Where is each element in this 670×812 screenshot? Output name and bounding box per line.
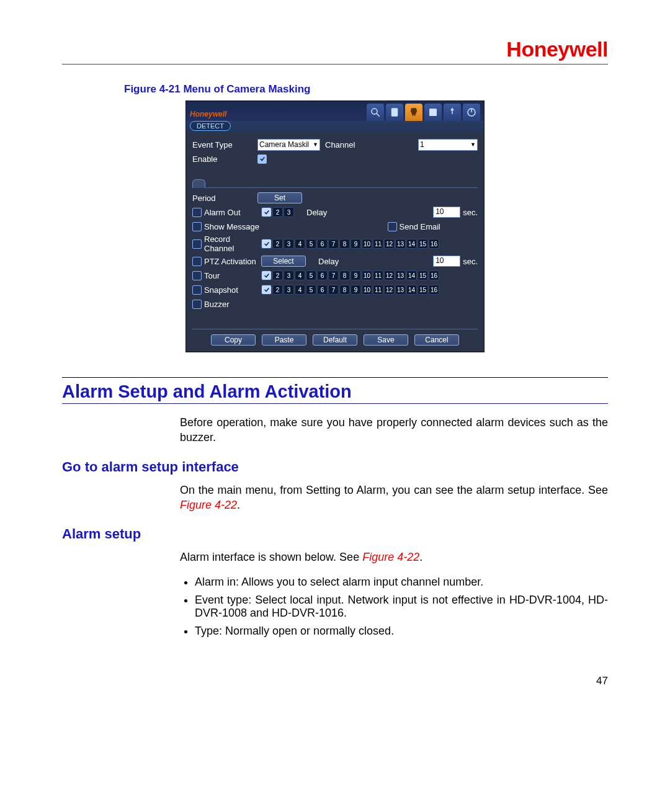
figure-caption: Figure 4-21 Menu of Camera Masking [124,83,608,96]
list-item: Event type: Select local input. Network … [195,594,608,620]
search-tab-icon[interactable] [367,104,384,121]
subsection-1-heading: Go to alarm setup interface [62,459,608,475]
advanced-tab-icon[interactable] [424,104,442,121]
channel-toggle[interactable]: 10 [362,285,372,295]
svg-rect-3 [429,109,437,116]
channel-toggle[interactable]: 11 [373,285,383,295]
channel-toggle[interactable]: 4 [295,285,305,295]
alarm-out-checkbox[interactable] [192,208,202,217]
channel-toggle[interactable]: 10 [362,239,372,249]
delay-input[interactable]: 10 [433,207,460,218]
channel-toggle[interactable] [261,285,272,295]
dvr-titlebar: Honeywell [186,101,484,121]
alarm-out-ch[interactable]: 3 [284,207,294,217]
subsection-1-paragraph: On the main menu, from Setting to Alarm,… [180,483,608,513]
delay-label: Delay [306,208,327,217]
channel-toggle[interactable]: 2 [272,285,283,295]
dvr-window: Honeywell DETECT Event Type Camera Maski… [185,100,485,352]
event-type-select[interactable]: Camera Maskil▼ [257,139,320,151]
sec-label-2: sec. [463,257,478,266]
svg-line-1 [377,114,380,117]
save-button[interactable]: Save [364,334,408,346]
channel-toggle[interactable]: 15 [418,270,428,280]
bullet-list: Alarm in: Allows you to select alarm inp… [180,576,608,638]
enable-checkbox[interactable] [257,154,267,164]
channel-toggle[interactable]: 6 [317,285,328,295]
channel-toggle[interactable]: 9 [351,270,361,280]
period-label: Period [192,194,257,203]
channel-toggle[interactable]: 16 [429,270,439,280]
channel-toggle[interactable]: 9 [351,285,361,295]
dvr-logo: Honeywell [190,110,226,118]
channel-toggle[interactable]: 5 [306,285,316,295]
snapshot-label: Snapshot [204,285,261,295]
buzzer-checkbox[interactable] [192,300,202,309]
channel-toggle[interactable]: 14 [406,270,417,280]
channel-toggle[interactable]: 6 [317,270,328,280]
shutdown-tab-icon[interactable] [463,104,480,121]
dvr-body: Event Type Camera Maskil▼ Channel 1▼ Ena… [186,133,484,352]
channel-toggle[interactable]: 3 [284,270,294,280]
channel-toggle[interactable]: 12 [384,285,395,295]
snapshot-checkbox[interactable] [192,285,202,295]
channel-toggle[interactable]: 7 [328,285,339,295]
channel-toggle[interactable]: 13 [395,285,406,295]
channel-toggle[interactable]: 15 [418,239,428,249]
channel-toggle[interactable]: 3 [284,239,294,249]
channel-toggle[interactable]: 3 [284,285,294,295]
channel-toggle[interactable]: 11 [373,239,383,249]
detect-tab[interactable]: DETECT [190,121,231,131]
channel-toggle[interactable]: 16 [429,285,439,295]
setting-tab-icon[interactable] [405,104,422,121]
channel-toggle[interactable]: 12 [384,270,395,280]
channel-toggle[interactable]: 9 [351,239,361,249]
sec-label: sec. [463,208,478,217]
channel-toggle[interactable]: 2 [272,270,283,280]
paste-button[interactable]: Paste [262,334,306,346]
channel-toggle[interactable]: 4 [295,239,305,249]
channel-toggle[interactable]: 12 [384,239,395,249]
copy-button[interactable]: Copy [211,334,256,346]
info-tab-icon[interactable] [386,104,403,121]
channel-toggle[interactable]: 4 [295,270,305,280]
channel-toggle[interactable]: 14 [406,239,417,249]
buzzer-label: Buzzer [204,300,261,309]
channel-toggle[interactable]: 5 [306,239,316,249]
backup-tab-icon[interactable] [444,104,461,121]
channel-toggle[interactable]: 13 [395,270,406,280]
channel-toggle[interactable]: 5 [306,270,316,280]
channel-toggle[interactable]: 10 [362,270,372,280]
channel-toggle[interactable]: 16 [429,239,439,249]
figure-ref-2: Figure 4-22 [362,551,419,563]
show-message-checkbox[interactable] [192,222,202,231]
ptz-select-button[interactable]: Select [261,256,306,267]
ptz-delay-input[interactable]: 10 [433,256,460,267]
channel-toggle[interactable]: 6 [317,239,328,249]
period-set-button[interactable]: Set [257,192,302,203]
channel-toggle[interactable]: 8 [339,285,350,295]
record-channel-checkbox[interactable] [192,239,202,249]
send-email-checkbox[interactable] [388,222,397,231]
channel-toggle[interactable]: 13 [395,239,406,249]
channel-toggle[interactable]: 8 [339,239,350,249]
tour-checkbox[interactable] [192,271,202,280]
alarm-out-label: Alarm Out [204,208,261,217]
alarm-out-ch[interactable]: 2 [272,207,283,217]
channel-toggle[interactable] [261,270,272,280]
channel-toggle[interactable] [261,239,272,249]
channel-toggle[interactable]: 15 [418,285,428,295]
dvr-subtab-bar: DETECT [186,121,484,133]
dvr-toolbar [367,104,480,121]
channel-toggle[interactable]: 2 [272,239,283,249]
ptz-activation-checkbox[interactable] [192,257,202,266]
channel-toggle[interactable]: 7 [328,270,339,280]
default-button[interactable]: Default [313,334,357,346]
channel-toggle[interactable]: 8 [339,270,350,280]
channel-toggle[interactable]: 7 [328,239,339,249]
alarm-out-ch[interactable] [261,207,272,217]
channel-toggle[interactable]: 11 [373,270,383,280]
channel-toggle[interactable]: 14 [406,285,417,295]
channel-select[interactable]: 1▼ [418,139,478,151]
list-item: Alarm in: Allows you to select alarm inp… [195,576,608,589]
cancel-button[interactable]: Cancel [414,334,459,346]
